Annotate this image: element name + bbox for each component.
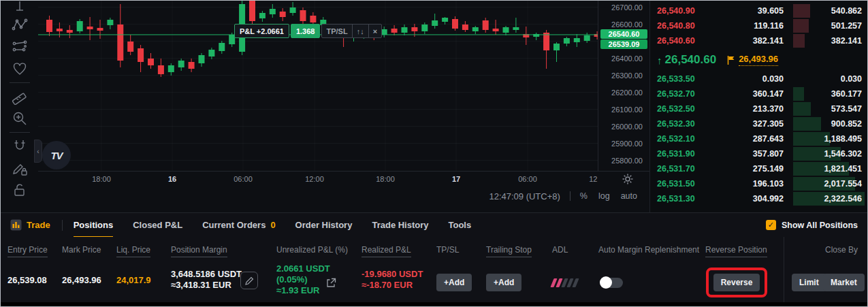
time-axis-label: 16 [168,175,176,183]
tabbar-divider [62,220,63,231]
toolbar-divider [10,132,30,133]
reverse-arrows-icon[interactable]: ↑↓ [353,25,369,37]
price-axis-label: 26600.00 [611,20,643,29]
xabcd-pattern-tool-icon[interactable] [7,14,33,36]
mark-price-flag-icon [727,56,735,65]
auto-scale-button[interactable]: auto [621,191,637,201]
orderbook-ask-row[interactable]: 26,540.60382.141382.141 [650,33,867,48]
orderbook-bid-row[interactable]: 26,531.30304.9922,322.546 [650,191,867,206]
tab-positions[interactable]: Positions [74,213,114,238]
tradingview-logo[interactable]: TV [42,141,71,169]
percent-scale-button[interactable]: % [580,191,588,201]
orderbook-bid-row[interactable]: 26,532.30327.305900.852 [650,116,867,131]
orderbook-bid-row[interactable]: 26,532.70360.147360.177 [650,86,867,101]
ask-qty: 39.605 [716,6,784,16]
orderbook-bid-row[interactable]: 26,531.70275.1491,821.451 [650,161,867,176]
mark-price-value[interactable]: 26,493.96 [739,54,778,66]
close-limit-button[interactable]: Limit [792,274,826,291]
candlestick-chart-panel[interactable]: ‹ TV P&L +2.0661 1.368 TP/SL ↑↓ × 26700.… [38,1,649,212]
toolbar-divider [10,82,30,83]
bid-price: 26,531.90 [650,149,716,159]
bid-qty: 357.807 [716,149,784,159]
bid-sum: 1,821.451 [824,164,862,174]
tab-tools[interactable]: Tools [449,213,472,238]
forecast-tool-icon[interactable] [7,36,33,58]
trend-line-tool-icon[interactable] [7,1,33,14]
bid-price: 26,532.30 [650,119,716,129]
tab-order-history[interactable]: Order History [295,213,353,238]
position-qty-label[interactable]: 1.368 [291,24,321,38]
tpsl-button[interactable]: TP/SL [322,25,352,37]
column-header-position-margin: Position Margin [171,245,227,257]
price-up-arrow-icon: ↑ [657,54,662,66]
depth-bar [793,102,811,116]
drawing-lock-pencil-icon[interactable] [7,157,33,179]
column-header-liq-price: Liq. Price [116,245,150,257]
tpsl-add-button[interactable]: +Add [436,274,472,291]
ask-price: 26,540.80 [650,21,716,31]
show-all-positions-checkbox[interactable]: ✓ [766,220,776,230]
price-axis[interactable]: 26700.0026600.0026400.0026300.0026200.00… [598,1,649,171]
lock-all-icon[interactable] [7,179,33,201]
auto-margin-toggle[interactable] [600,278,623,288]
position-line-widget: P&L +2.0661 1.368 TP/SL ↑↓ × [234,24,382,38]
ruler-tool-icon[interactable] [7,86,33,108]
orderbook-bid-row[interactable]: 26,532.50213.370573.547 [650,101,867,116]
tab-trade-history[interactable]: Trade History [372,213,428,238]
bid-price: 26,532.10 [650,134,716,144]
last-price-tag: 26540.60 [600,29,647,39]
favorites-heart-icon[interactable] [7,58,33,80]
orderbook-ask-row[interactable]: 26,540.9039.605540.862 [650,3,867,18]
log-scale-button[interactable]: log [598,191,610,201]
ask-sum: 540.862 [831,6,862,16]
position-pnl-label: P&L +2.0661 [234,24,289,38]
ask-sum: 501.257 [831,21,862,31]
unrealized-pnl-value: 2.0661 USDT (0.05%) ≈1.93 EUR [276,263,330,296]
bottom-panel-tab-bar: Trade Positions Closed P&L Current Order… [1,212,867,237]
toolbar-collapse-handle[interactable]: ‹ [34,140,42,163]
time-axis-label: 17 [452,175,460,183]
orderbook-bid-row[interactable]: 26,531.90357.8071,546.302 [650,146,867,161]
share-pnl-icon[interactable] [326,278,336,291]
close-position-icon[interactable]: × [369,25,381,37]
time-axis[interactable]: 18:001606:0012:0018:001706:0012:00 [38,171,649,187]
orderbook-bid-row[interactable]: 26,531.50196.1032,017.554 [650,176,867,191]
price-axis-label: 25900.00 [611,140,643,148]
reverse-position-button[interactable]: Reverse [713,274,760,291]
trailing-stop-add-button[interactable]: +Add [486,274,521,291]
clock: 12:47:09 (UTC+8) [489,191,560,201]
time-axis-label: 18:00 [376,175,395,183]
orderbook-ask-row[interactable]: 26,540.80119.116501.257 [650,18,867,33]
trading-app-window: ‹ TV P&L +2.0661 1.368 TP/SL ↑↓ × 26700.… [0,0,868,307]
bid-price: 26,533.50 [650,74,716,84]
tab-trade[interactable]: Trade [10,213,50,238]
bid-price: 26,531.50 [650,179,716,189]
entry-price-value: 26,539.08 [7,275,47,286]
axis-settings-gear-icon[interactable] [622,174,633,187]
bid-qty: 275.149 [716,164,784,174]
ask-sum: 382.141 [831,36,862,46]
ask-price: 26,540.90 [650,6,716,16]
orderbook-bid-row[interactable]: 26,532.10287.6431,188.495 [650,131,867,146]
bid-sum: 2,322.546 [824,194,862,204]
bid-price: 26,531.30 [650,194,716,204]
time-axis-label: 06:00 [234,175,253,183]
column-header-tp-sl: TP/SL [436,245,459,255]
column-header-trailing-stop: Trailing Stop [486,245,532,257]
price-axis-label: 25800.00 [611,157,643,165]
tab-closed-pnl[interactable]: Closed P&L [133,213,182,238]
footer-divider [570,191,570,201]
zoom-in-tool-icon[interactable] [7,108,33,129]
time-axis-label: 06:00 [518,175,537,183]
time-axis-label: 12:00 [589,175,598,183]
last-traded-price: 26,540.60 [665,53,717,67]
bid-sum: 0.030 [841,74,862,84]
tab-current-orders[interactable]: Current Orders 0 [202,213,275,238]
column-header-entry-price: Entry Price [7,245,48,257]
orderbook-bid-row[interactable]: 26,533.500.0300.030 [650,71,867,86]
close-market-button[interactable]: Market [823,274,865,291]
entry-price-tag: 26539.09 [600,39,647,49]
magnet-tool-icon[interactable] [7,135,33,157]
bottom-strip [1,302,867,306]
edit-margin-button[interactable] [240,272,258,289]
